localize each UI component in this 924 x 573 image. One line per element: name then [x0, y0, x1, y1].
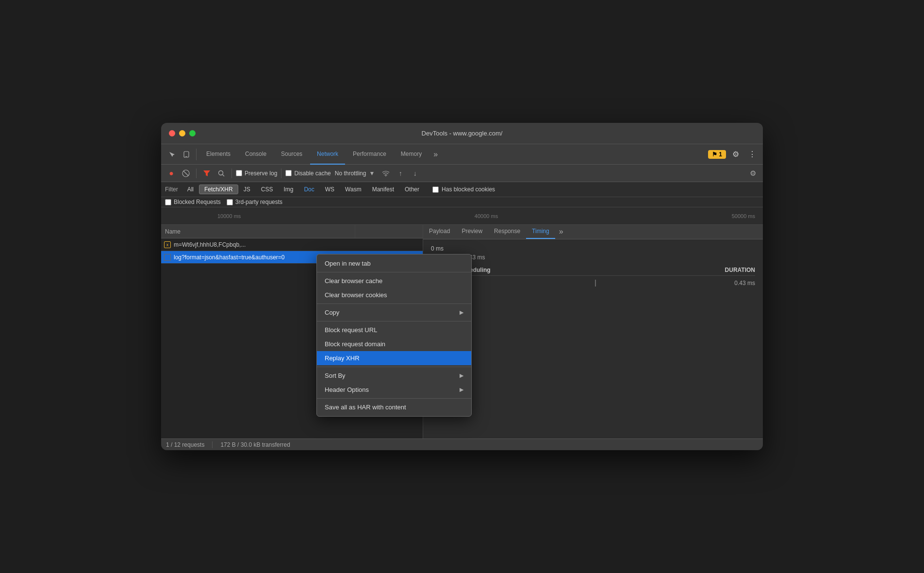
filter-img[interactable]: Img — [278, 185, 298, 194]
timing-started: Started at 259.43 ms — [431, 254, 755, 261]
ctx-block-domain[interactable]: Block request domain — [317, 337, 471, 351]
ctx-block-url[interactable]: Block request URL — [317, 323, 471, 337]
record-icon[interactable]: ● — [165, 167, 178, 180]
network-settings-icon[interactable]: ⚙ — [746, 167, 759, 180]
minimize-button[interactable] — [179, 130, 185, 136]
ctx-divider-1 — [317, 272, 471, 272]
ctx-divider-5 — [317, 398, 471, 399]
ctx-replay-xhr[interactable]: Replay XHR — [317, 351, 471, 365]
window-title: DevTools - www.google.com/ — [169, 130, 755, 137]
ctx-header-arrow: ▶ — [460, 387, 463, 393]
tab-sources[interactable]: Sources — [274, 144, 309, 165]
ctx-clear-cache[interactable]: Clear browser cache — [317, 274, 471, 288]
filter-row: Filter All Fetch/XHR JS CSS Img Doc WS W… — [161, 182, 763, 197]
tab-console[interactable]: Console — [238, 144, 273, 165]
ctx-save-har[interactable]: Save all as HAR with content — [317, 400, 471, 414]
tabs-right: ⚑ 1 ⚙ ⋮ — [708, 148, 759, 161]
settings-icon[interactable]: ⚙ — [729, 148, 742, 161]
context-menu: Open in new tab Clear browser cache Clea… — [316, 254, 472, 417]
tabs-bar: Elements Console Sources Network Perform… — [161, 144, 763, 165]
name-col-header: Name — [161, 225, 355, 238]
network-toolbar: ● Preserve log Disable cache No throttli… — [161, 165, 763, 182]
tab-performance[interactable]: Performance — [346, 144, 393, 165]
filter-doc[interactable]: Doc — [298, 185, 319, 194]
tab-memory[interactable]: Memory — [394, 144, 429, 165]
svg-point-5 — [219, 170, 223, 175]
svg-line-6 — [223, 174, 225, 176]
cursor-icon[interactable] — [165, 148, 179, 161]
ctx-clear-cookies[interactable]: Clear browser cookies — [317, 288, 471, 302]
search-icon[interactable] — [215, 167, 228, 180]
filter-all[interactable]: All — [182, 185, 199, 194]
tl-label-1: 10000 ms — [217, 213, 241, 219]
panel-tabs: Payload Preview Response Timing » — [423, 225, 763, 239]
filter-wasm[interactable]: Wasm — [340, 185, 367, 194]
panel-content: 0 ms Started at 259.43 ms Resource Sched… — [423, 239, 763, 438]
issues-badge[interactable]: ⚑ 1 — [708, 150, 726, 159]
tab-network[interactable]: Network — [310, 144, 345, 165]
tabs-more-icon[interactable]: » — [429, 150, 442, 159]
ctx-open-new-tab[interactable]: Open in new tab — [317, 256, 471, 270]
toolbar-separator-2 — [231, 169, 232, 178]
tab-elements[interactable]: Elements — [199, 144, 237, 165]
ctx-sort-arrow: ▶ — [460, 372, 463, 379]
devtools-body: Elements Console Sources Network Perform… — [161, 144, 763, 450]
timing-bar — [595, 280, 596, 286]
ctx-divider-4 — [317, 367, 471, 367]
timeline-row: 10000 ms 40000 ms 50000 ms — [161, 207, 763, 225]
close-button[interactable] — [169, 130, 175, 136]
traffic-lights — [169, 130, 196, 136]
blocked-requests-check[interactable]: Blocked Requests — [165, 199, 221, 205]
filter-js[interactable]: JS — [238, 185, 256, 194]
download-icon[interactable]: ↓ — [409, 167, 421, 180]
main-content: Name x m=Wt6vjf,hhhU8,FCpbqb,... log?for… — [161, 225, 763, 438]
panel-tabs-more[interactable]: » — [555, 224, 567, 239]
devtools-window: DevTools - www.google.com/ Elements Cons… — [161, 123, 763, 450]
has-blocked-cookies-check[interactable]: Has blocked cookies — [432, 186, 495, 193]
timeline-labels: 10000 ms 40000 ms 50000 ms — [210, 213, 763, 219]
ctx-sort-by[interactable]: Sort By ▶ — [317, 369, 471, 383]
filter-other[interactable]: Other — [399, 185, 425, 194]
mobile-icon[interactable] — [180, 148, 193, 161]
throttle-arrow[interactable]: ▼ — [369, 170, 375, 177]
tab-payload[interactable]: Payload — [423, 224, 456, 239]
filter-type-buttons: All Fetch/XHR JS CSS Img Doc WS Wasm Man… — [182, 185, 425, 194]
filter-fetch-xhr[interactable]: Fetch/XHR — [199, 185, 238, 194]
titlebar: DevTools - www.google.com/ — [161, 123, 763, 144]
right-panel: Payload Preview Response Timing » 0 — [423, 225, 763, 438]
filter-label: Filter — [165, 186, 178, 193]
filter-icon[interactable] — [200, 167, 213, 180]
tab-timing[interactable]: Timing — [526, 224, 555, 239]
tl-label-3: 50000 ms — [732, 213, 755, 219]
requests-count: 1 / 12 requests — [166, 441, 204, 448]
timing-queueing-item: Queueing 0.43 ms — [431, 279, 755, 287]
clear-icon[interactable] — [180, 167, 192, 180]
ctx-divider-3 — [317, 321, 471, 321]
tab-preview[interactable]: Preview — [456, 224, 488, 239]
disable-cache-checkbox[interactable]: Disable cache — [285, 170, 330, 177]
ctx-copy[interactable]: Copy ▶ — [317, 305, 471, 320]
tab-response[interactable]: Response — [488, 224, 526, 239]
ctx-header-options[interactable]: Header Options ▶ — [317, 383, 471, 397]
requests-header: Name — [161, 225, 423, 238]
maximize-button[interactable] — [189, 130, 196, 136]
more-vert-icon[interactable]: ⋮ — [745, 148, 759, 161]
request-checkbox — [164, 254, 171, 261]
blocked-requests-row: Blocked Requests 3rd-party requests — [161, 197, 763, 207]
toolbar-separator — [196, 169, 197, 178]
filter-ws[interactable]: WS — [320, 185, 340, 194]
filter-manifest[interactable]: Manifest — [367, 185, 399, 194]
timing-section-header: Resource Scheduling DURATION — [431, 267, 755, 276]
third-party-check[interactable]: 3rd-party requests — [227, 199, 282, 205]
tab-separator — [196, 149, 197, 160]
status-bar: 1 / 12 requests 172 B / 30.0 kB transfer… — [161, 438, 763, 450]
filter-css[interactable]: CSS — [256, 185, 279, 194]
svg-point-7 — [385, 175, 386, 176]
request-item-1[interactable]: x m=Wt6vjf,hhhU8,FCpbqb,... — [161, 238, 423, 251]
throttle-label: No throttling — [335, 170, 366, 177]
wifi-icon[interactable] — [380, 167, 392, 180]
upload-icon[interactable]: ↑ — [394, 167, 407, 180]
preserve-log-checkbox[interactable]: Preserve log — [236, 170, 277, 177]
transfer-size: 172 B / 30.0 kB transferred — [220, 441, 290, 448]
xhr-icon: x — [164, 241, 171, 248]
